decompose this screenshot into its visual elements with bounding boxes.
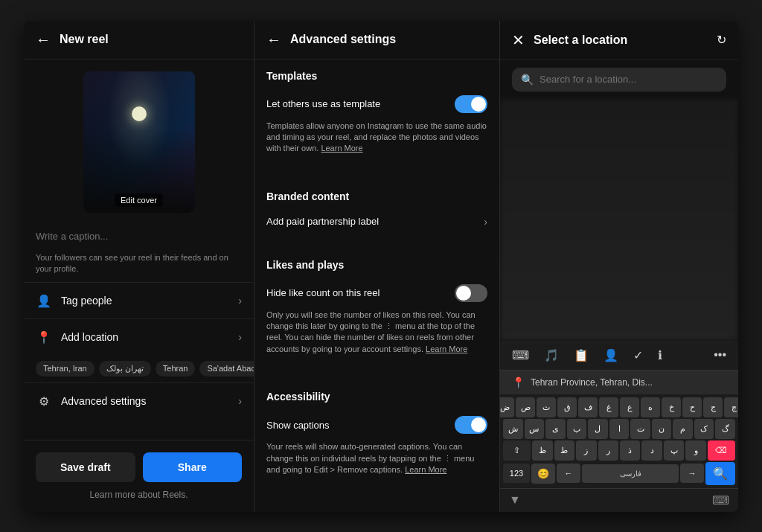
key-ba[interactable]: ب (567, 419, 587, 439)
key-ha2[interactable]: ه (641, 397, 660, 417)
hide-like-count-label: Hide like count on this reel (266, 287, 380, 298)
key-kha[interactable]: خ (662, 397, 681, 417)
key-right-arrow[interactable]: → (680, 464, 704, 483)
back-button[interactable]: ← (36, 31, 51, 48)
key-num-switch[interactable]: 123 (503, 464, 530, 483)
branded-content-section: Branded content Add paid partnership lab… (254, 180, 499, 237)
location-search-icon: 🔍 (521, 74, 534, 86)
keyboard-tool-info-icon[interactable]: ℹ (652, 345, 668, 365)
key-shin[interactable]: ش (503, 419, 523, 439)
hide-like-count-row: Hide like count on this reel (266, 280, 487, 307)
keyboard-tool-person-icon[interactable]: 👤 (598, 345, 624, 365)
tag-people-item[interactable]: 👤 Tag people › (24, 282, 254, 318)
location-search-bar[interactable]: 🔍 (512, 68, 726, 92)
advanced-settings-title: Advanced settings (290, 33, 396, 46)
key-shift[interactable]: ⇧ (503, 440, 531, 461)
location-tags-row: Tehran, Iran تهران بولک Tehran Sa'adat A… (24, 355, 254, 382)
show-captions-toggle[interactable] (455, 416, 487, 434)
key-kaf[interactable]: ک (694, 419, 714, 439)
keyboard-tool-clipboard-icon[interactable]: 📋 (568, 345, 595, 365)
new-reel-panel: ← New reel Edit cover Your followers can… (24, 21, 254, 512)
key-space[interactable]: فارسی (582, 464, 679, 483)
key-pe[interactable]: پ (664, 440, 684, 461)
key-zal[interactable]: ذ (620, 440, 640, 461)
keyboard-tool-keyboard-icon[interactable]: ⌨ (506, 345, 535, 365)
save-draft-button[interactable]: Save draft (36, 452, 135, 482)
learn-more-captions-link[interactable]: Learn More (405, 465, 446, 474)
hide-like-count-toggle[interactable] (455, 284, 487, 302)
key-ayn[interactable]: ع (620, 397, 639, 417)
key-ya[interactable]: ی (545, 419, 566, 439)
keyboard-tool-check-icon[interactable]: ✓ (627, 345, 649, 365)
keyboard-tool-music-icon[interactable]: 🎵 (538, 345, 565, 365)
new-reel-header: ← New reel (24, 21, 254, 60)
learn-more-template-link[interactable]: Learn More (321, 144, 362, 153)
edit-cover-label[interactable]: Edit cover (115, 193, 163, 207)
key-ta[interactable]: ت (630, 419, 650, 439)
key-zha[interactable]: ظ (532, 440, 552, 461)
key-jim[interactable]: ج (703, 397, 723, 417)
media-quality-section: Media upload quality Upload at highest q… (254, 501, 499, 511)
close-location-button[interactable]: ✕ (512, 31, 525, 49)
location-tag-0[interactable]: Tehran, Iran (36, 361, 95, 376)
cover-image[interactable]: Edit cover (83, 71, 195, 213)
key-gaf[interactable]: گ (715, 419, 735, 439)
caption-input[interactable] (24, 225, 254, 248)
keyboard-tool-more-icon[interactable]: ••• (708, 345, 732, 365)
key-che[interactable]: چ (724, 397, 738, 417)
key-dal[interactable]: د (641, 440, 662, 461)
key-nun[interactable]: ن (652, 419, 672, 439)
advanced-back-button[interactable]: ← (266, 31, 281, 48)
key-alef[interactable]: ا (609, 419, 630, 439)
key-ze[interactable]: ز (576, 440, 596, 461)
let-others-template-toggle[interactable] (455, 95, 487, 113)
hide-like-count-desc: Only you will see the number of likes on… (266, 307, 487, 365)
key-tah[interactable]: ط (554, 440, 574, 461)
key-za[interactable]: ض (500, 397, 514, 417)
key-lam[interactable]: ل (588, 419, 608, 439)
location-suggestion-bar[interactable]: 📍 Tehran Province, Tehran, Dis... (500, 371, 738, 394)
key-sad[interactable]: ص (516, 397, 535, 417)
location-tag-2[interactable]: Tehran (156, 361, 196, 376)
action-buttons-row: Save draft Share (36, 452, 242, 482)
add-paid-partnership-chevron: › (484, 216, 487, 228)
key-backspace[interactable]: ⌫ (708, 440, 735, 461)
key-emoji[interactable]: 😊 (531, 464, 555, 484)
keyboard-layout-icon[interactable]: ⌨ (712, 493, 729, 507)
select-location-header: ✕ Select a location ↻ (500, 21, 738, 60)
key-ha[interactable]: ح (682, 397, 702, 417)
add-paid-partnership-row: Add paid partnership label › (266, 211, 487, 232)
key-ghayn[interactable]: غ (599, 397, 618, 417)
location-tag-1[interactable]: تهران بولک (99, 361, 151, 376)
key-fa[interactable]: ف (578, 397, 598, 417)
key-tha[interactable]: ث (537, 397, 556, 417)
key-search-action[interactable]: 🔍 (705, 462, 735, 485)
key-mim[interactable]: م (673, 419, 693, 439)
add-location-item[interactable]: 📍 Add location › (24, 318, 254, 355)
accessibility-title: Accessibility (266, 391, 487, 403)
share-button[interactable]: Share (143, 452, 243, 482)
suggestion-location-icon: 📍 (512, 376, 525, 388)
moon-decoration (132, 106, 147, 121)
learn-more-reels-text: Learn more about Reels. (36, 490, 242, 500)
tag-people-label: Tag people (61, 295, 238, 307)
templates-section-title: Templates (266, 70, 487, 82)
key-vav[interactable]: و (685, 440, 705, 461)
learn-more-likes-link[interactable]: Learn More (426, 344, 467, 353)
keyboard-collapse-icon[interactable]: ▼ (509, 493, 521, 507)
location-search-input[interactable] (540, 74, 717, 85)
branded-content-title: Branded content (266, 190, 487, 202)
key-sin[interactable]: س (525, 419, 545, 439)
advanced-settings-label: Advanced settings (61, 395, 238, 407)
advanced-settings-item[interactable]: ⚙ Advanced settings › (24, 382, 254, 419)
location-results-blurred (500, 99, 738, 341)
select-location-panel: ✕ Select a location ↻ 🔍 ⌨ 🎵 📋 👤 ✓ ℹ ••• (500, 21, 738, 512)
key-qaf[interactable]: ق (557, 397, 577, 417)
advanced-settings-chevron: › (238, 395, 242, 407)
refresh-location-button[interactable]: ↻ (717, 33, 726, 47)
keyboard-keys: ض ص ث ق ف غ ع ه خ ح ج چ ش س ی ب (500, 394, 738, 488)
key-left-arrow[interactable]: ← (557, 464, 580, 483)
key-ra[interactable]: ر (598, 440, 618, 461)
keyboard-container: ⌨ 🎵 📋 👤 ✓ ℹ ••• 📍 Tehran Province, Tehra… (500, 341, 738, 512)
location-tag-3[interactable]: Sa'adat Abad (199, 361, 254, 376)
